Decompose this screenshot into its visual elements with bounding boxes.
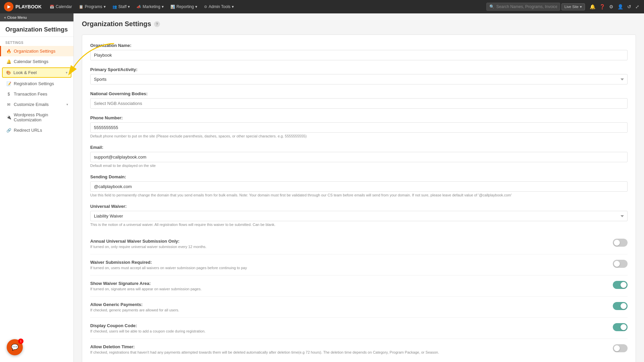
logo[interactable]: ▶ PLAYBOOK [4, 2, 42, 11]
nav-staff[interactable]: 👥 Staff ▾ [110, 3, 132, 10]
redirect-urls-icon: 🔗 [6, 128, 11, 133]
close-menu-button[interactable]: « Close Menu [0, 13, 73, 21]
customize-emails-arrow-icon: ▾ [66, 103, 68, 106]
sidebar-item-wordpress-label: Wordpress Plugin Customization [14, 112, 68, 122]
phone-label: Phone Number: [90, 115, 628, 120]
live-site-button[interactable]: Live Site ▾ [561, 3, 585, 10]
toggle-desc-0: If turned on, only require universal wai… [90, 245, 606, 249]
sidebar-item-look-feel[interactable]: 🎨 Look & Feel ▾ [2, 67, 71, 78]
org-name-label: Organization Name: [90, 43, 628, 48]
org-name-input[interactable] [90, 50, 628, 60]
support-button[interactable]: 💬 1 [7, 339, 23, 355]
look-feel-arrow-icon: ▾ [66, 71, 67, 74]
toggle-label-0: Annual Universal Waiver Submission Only: [90, 239, 606, 244]
toggle-switch-3[interactable] [613, 302, 628, 310]
sidebar-item-registration-label: Registration Settings [14, 81, 54, 86]
national-governing-input[interactable] [90, 98, 628, 109]
main-content: Organization Settings ? Organization Nam… [74, 13, 644, 362]
calendar-icon: 📅 [50, 5, 54, 9]
search-icon: 🔍 [489, 4, 494, 9]
toggle-switch-5[interactable] [613, 344, 628, 352]
sidebar-item-redirect-urls[interactable]: 🔗 Redirect URLs [0, 125, 73, 135]
toggle-row-2: Show Waiver Signature Area:If turned on,… [90, 276, 628, 297]
phone-group: Phone Number: Default phone number to pu… [90, 115, 628, 138]
expand-icon[interactable]: ⤢ [635, 3, 640, 10]
toggle-row-1: Waiver Submission Required:If turned on,… [90, 254, 628, 276]
email-label: Email: [90, 145, 628, 150]
toggle-switch-4[interactable] [613, 323, 628, 331]
toggle-label-1: Waiver Submission Required: [90, 260, 606, 265]
support-badge: 1 [18, 339, 23, 344]
toggle-desc-4: If checked, users will be able to add a … [90, 329, 606, 333]
toggle-row-0: Annual Universal Waiver Submission Only:… [90, 233, 628, 254]
nav-marketing[interactable]: 📣 Marketing ▾ [134, 3, 166, 10]
toggle-switch-1[interactable] [613, 260, 628, 268]
bell-icon[interactable]: 🔔 [589, 3, 596, 10]
toggle-row-5: Allow Deletion Timer:If checked, registr… [90, 339, 628, 360]
sidebar-section-label: SETTINGS [0, 37, 73, 46]
toggle-switch-2[interactable] [613, 281, 628, 289]
page-header: Organization Settings ? [82, 20, 636, 28]
org-name-group: Organization Name: [90, 43, 628, 60]
programs-dropdown-icon: ▾ [104, 4, 106, 9]
sidebar-item-transaction-fees[interactable]: $ Transaction Fees [0, 89, 73, 99]
sidebar-item-org-settings[interactable]: 🔥 Organization Settings [0, 46, 73, 56]
sending-domain-hint: Use this field to permanently change the… [90, 193, 628, 197]
search-input[interactable] [496, 4, 557, 9]
toggle-row-4: Display Coupon Code:If checked, users wi… [90, 318, 628, 339]
sidebar-page-title: Organization Settings [0, 21, 73, 37]
sidebar-item-registration-settings[interactable]: 📝 Registration Settings [0, 78, 73, 89]
toggle-desc-2: If turned on, signature area will appear… [90, 287, 606, 291]
universal-waiver-group: Universal Waiver: Liability Waiver This … [90, 204, 628, 227]
toggles-container: Annual Universal Waiver Submission Only:… [90, 233, 628, 360]
org-settings-icon: 🔥 [6, 49, 11, 54]
toggle-switch-0[interactable] [613, 239, 628, 247]
toggle-desc-3: If checked, generic payments are allowed… [90, 308, 606, 312]
toggle-row-3: Allow Generic Payments:If checked, gener… [90, 297, 628, 318]
nav-calendar[interactable]: 📅 Calendar [47, 3, 75, 10]
national-governing-group: National Governing Bodies: [90, 91, 628, 109]
nav-reporting[interactable]: 📊 Reporting ▾ [168, 3, 200, 10]
user-icon[interactable]: 👤 [617, 3, 624, 10]
page-title: Organization Settings [82, 20, 151, 28]
email-input[interactable] [90, 152, 628, 162]
universal-waiver-label: Universal Waiver: [90, 204, 628, 209]
transaction-fees-icon: $ [6, 92, 11, 97]
toggle-label-5: Allow Deletion Timer: [90, 344, 606, 349]
admin-tools-icon: ⚙ [204, 5, 207, 9]
primary-sport-select[interactable]: Sports [90, 74, 628, 84]
nav-programs[interactable]: 📋 Programs ▾ [76, 3, 108, 10]
universal-waiver-select[interactable]: Liability Waiver [90, 211, 628, 221]
sending-domain-group: Sending Domain: Use this field to perman… [90, 174, 628, 197]
app-layout: « Close Menu Organization Settings SETTI… [0, 13, 644, 362]
live-site-label: Live Site [565, 5, 579, 9]
close-menu-label: « Close Menu [4, 15, 27, 19]
toggle-desc-5: If checked, registrations that haven't h… [90, 350, 606, 354]
marketing-dropdown-icon: ▾ [162, 4, 164, 9]
sending-domain-input[interactable] [90, 181, 628, 192]
sidebar: « Close Menu Organization Settings SETTI… [0, 13, 74, 362]
logo-icon: ▶ [4, 2, 13, 11]
sidebar-item-customize-emails[interactable]: ✉ Customize Emails ▾ [0, 99, 73, 110]
primary-sport-group: Primary Sport/Activity: Sports [90, 67, 628, 84]
admin-tools-dropdown-icon: ▾ [232, 4, 234, 9]
sidebar-item-customize-emails-label: Customize Emails [14, 102, 49, 107]
gear-icon[interactable]: ⚙ [608, 3, 614, 10]
question-icon[interactable]: ❓ [599, 3, 606, 10]
national-governing-label: National Governing Bodies: [90, 91, 628, 96]
toggle-label-4: Display Coupon Code: [90, 323, 606, 328]
sidebar-item-calendar-settings[interactable]: 🔔 Calendar Settings [0, 56, 73, 67]
refresh-icon[interactable]: ↺ [627, 3, 632, 10]
nav-admin-tools[interactable]: ⚙ Admin Tools ▾ [201, 3, 236, 10]
top-navigation: ▶ PLAYBOOK 📅 Calendar 📋 Programs ▾ 👥 Sta… [0, 0, 644, 13]
calendar-settings-icon: 🔔 [6, 59, 11, 64]
support-icon: 💬 [11, 344, 18, 351]
registration-settings-icon: 📝 [6, 81, 11, 86]
phone-input[interactable] [90, 122, 628, 133]
sidebar-item-redirect-urls-label: Redirect URLs [14, 128, 42, 133]
sidebar-item-wordpress-plugin[interactable]: 🔌 Wordpress Plugin Customization [0, 110, 73, 125]
help-icon[interactable]: ? [154, 21, 160, 27]
toggle-desc-1: If turned on, users must accept all waiv… [90, 266, 606, 270]
customize-emails-icon: ✉ [6, 102, 11, 107]
email-hint: Default email to be displayed on the sit… [90, 164, 628, 168]
